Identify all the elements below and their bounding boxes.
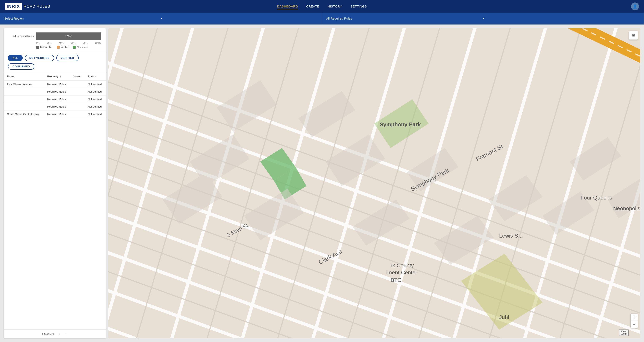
cell-value xyxy=(70,103,84,110)
avatar[interactable]: 👤 xyxy=(631,2,639,10)
col-status[interactable]: Status xyxy=(84,73,106,80)
filter-verified-button[interactable]: VERIFIED xyxy=(56,55,79,61)
filter-not-verified-button[interactable]: NOT VERIFIED xyxy=(25,55,54,61)
sort-icon: ↑ xyxy=(60,75,61,78)
svg-text:Four Queens: Four Queens xyxy=(580,194,612,201)
main-nav: DASHBOARD CREATE HISTORY SETTINGS xyxy=(277,4,367,9)
legend-confirmed: Confirmed xyxy=(73,46,88,49)
nav-history[interactable]: HISTORY xyxy=(328,4,342,9)
nav-settings[interactable]: SETTINGS xyxy=(350,4,367,9)
chart-bar-container: 100% xyxy=(36,32,101,40)
cell-property: Required Rules xyxy=(44,80,70,88)
map-scale: 100 m 500 ft xyxy=(619,330,628,336)
svg-text:Lewis S...: Lewis S... xyxy=(499,233,522,239)
region-select-label: Select Region xyxy=(4,17,161,20)
logo-area: INRIX ROAD RULES xyxy=(5,3,50,10)
table-row[interactable]: South Grand Central Pkwy Required Rules … xyxy=(4,110,106,118)
svg-rect-0 xyxy=(108,28,640,338)
main-content: All Required Rules 100% 0% 20% 40% 60% 8… xyxy=(0,24,644,342)
legend-not-verified-label: Not Verified xyxy=(40,46,53,49)
zoom-in-button[interactable]: + xyxy=(631,314,638,321)
pagination-range: 1-5 of 509 xyxy=(42,333,54,336)
axis-80: 80% xyxy=(83,42,88,44)
legend-verified-dot xyxy=(57,46,60,49)
rules-select-label: All Required Rules xyxy=(326,17,483,20)
nav-create[interactable]: CREATE xyxy=(306,4,319,9)
cell-name xyxy=(4,88,44,95)
cell-status: Not Verified xyxy=(84,110,106,118)
logo-box: INRIX xyxy=(5,3,22,10)
col-property[interactable]: Property ↑ xyxy=(44,73,70,80)
map-controls: ⊞ xyxy=(629,31,638,39)
pagination-prev-button[interactable]: ‹ xyxy=(57,332,61,336)
col-name[interactable]: Name xyxy=(4,73,44,80)
axis-40: 40% xyxy=(59,42,64,44)
zoom-out-button[interactable]: − xyxy=(631,321,638,328)
chart-row: All Required Rules 100% xyxy=(9,32,101,40)
sub-header: Select Region ▾ All Required Rules ▾ xyxy=(0,13,644,24)
chart-bar: 100% xyxy=(36,32,101,40)
scale-100m: 100 m xyxy=(621,330,627,333)
axis-20: 20% xyxy=(47,42,52,44)
cell-property: Required Rules xyxy=(44,103,70,110)
pagination-next-button[interactable]: › xyxy=(64,332,68,336)
rules-table: Name Property ↑ Value Status East Stewar… xyxy=(4,73,106,118)
legend-confirmed-label: Confirmed xyxy=(77,46,88,49)
map-svg: Symphony Park Clark Ave Fremont St S Mai… xyxy=(108,28,640,338)
rules-chevron-icon: ▾ xyxy=(483,17,640,20)
axis-0: 0% xyxy=(36,42,40,44)
filter-confirmed-button[interactable]: CONFIRMED xyxy=(8,63,34,70)
nav-dashboard[interactable]: DASHBOARD xyxy=(277,4,298,9)
region-chevron-icon: ▾ xyxy=(161,17,318,20)
map-area[interactable]: Symphony Park Clark Ave Fremont St S Mai… xyxy=(108,28,640,338)
cell-property: Required Rules xyxy=(44,95,70,103)
col-value[interactable]: Value xyxy=(70,73,84,80)
cell-status: Not Verified xyxy=(84,80,106,88)
legend-not-verified: Not Verified xyxy=(36,46,53,49)
table-row[interactable]: East Stewart Avenue Required Rules Not V… xyxy=(4,80,106,88)
scale-500ft: 500 ft xyxy=(621,333,627,335)
cell-status: Not Verified xyxy=(84,95,106,103)
table-row[interactable]: Required Rules Not Verified xyxy=(4,95,106,103)
table-row[interactable]: Required Rules Not Verified xyxy=(4,88,106,95)
cell-name xyxy=(4,103,44,110)
pagination: 1-5 of 509 ‹ › xyxy=(4,329,106,338)
cell-value xyxy=(70,80,84,88)
app-header: INRIX ROAD RULES DASHBOARD CREATE HISTOR… xyxy=(0,0,644,13)
map-zoom-controls: + − xyxy=(631,314,638,328)
chart-legend: Not Verified Verified Confirmed xyxy=(9,46,101,49)
cell-name: East Stewart Avenue xyxy=(4,80,44,88)
filter-all-button[interactable]: ALL xyxy=(8,55,23,61)
chart-row-label: All Required Rules xyxy=(9,35,34,38)
svg-text:BTC: BTC xyxy=(390,277,401,283)
chart-area: All Required Rules 100% 0% 20% 40% 60% 8… xyxy=(4,28,106,52)
chart-bar-value: 100% xyxy=(65,35,72,38)
cell-status: Not Verified xyxy=(84,103,106,110)
legend-not-verified-dot xyxy=(36,46,39,49)
left-panel: All Required Rules 100% 0% 20% 40% 60% 8… xyxy=(4,28,106,338)
cell-value xyxy=(70,95,84,103)
svg-text:Neonopolis: Neonopolis xyxy=(613,205,640,212)
legend-confirmed-dot xyxy=(73,46,76,49)
cell-property: Required Rules xyxy=(44,110,70,118)
rules-select[interactable]: All Required Rules ▾ xyxy=(322,13,644,24)
svg-text:Symphony Park: Symphony Park xyxy=(380,121,421,128)
legend-verified-label: Verified xyxy=(61,46,69,49)
table-area: Name Property ↑ Value Status East Stewar… xyxy=(4,73,106,329)
chart-axis: 0% 20% 40% 60% 80% 100% xyxy=(9,42,101,44)
cell-name: South Grand Central Pkwy xyxy=(4,110,44,118)
filter-area: ALL NOT VERIFIED VERIFIED CONFIRMED xyxy=(4,52,106,73)
svg-text:iment Center: iment Center xyxy=(386,269,417,276)
cell-property: Required Rules xyxy=(44,88,70,95)
region-select[interactable]: Select Region ▾ xyxy=(0,13,322,24)
cell-name xyxy=(4,95,44,103)
svg-text:rk County: rk County xyxy=(390,262,414,269)
axis-60: 60% xyxy=(71,42,76,44)
map-layers-button[interactable]: ⊞ xyxy=(629,31,638,39)
cell-value xyxy=(70,88,84,95)
table-row[interactable]: Required Rules Not Verified xyxy=(4,103,106,110)
layers-icon: ⊞ xyxy=(632,33,635,37)
app-title: ROAD RULES xyxy=(24,4,50,9)
cell-value xyxy=(70,110,84,118)
table-header-row: Name Property ↑ Value Status xyxy=(4,73,106,80)
